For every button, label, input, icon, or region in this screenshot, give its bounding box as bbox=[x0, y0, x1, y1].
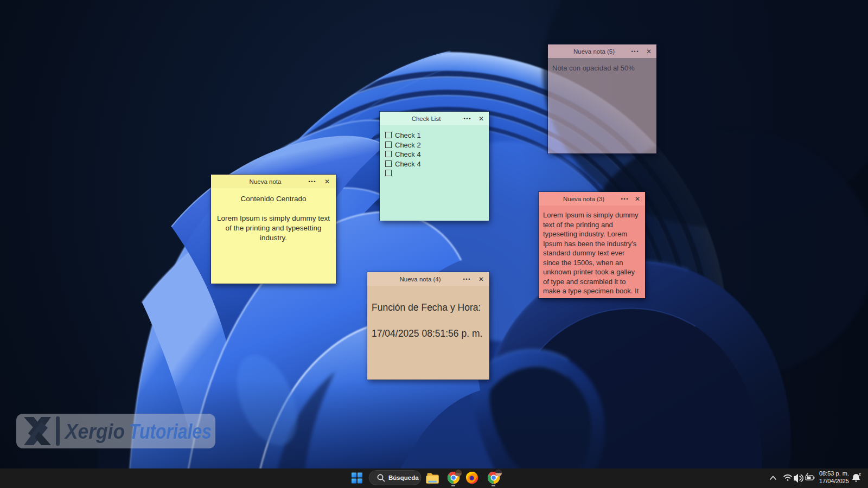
svg-text:Xergio: Xergio bbox=[64, 420, 125, 443]
svg-text:Tutoriales: Tutoriales bbox=[129, 420, 212, 443]
svg-text:z: z bbox=[859, 472, 861, 477]
svg-text:Búsqueda: Búsqueda bbox=[388, 474, 419, 481]
